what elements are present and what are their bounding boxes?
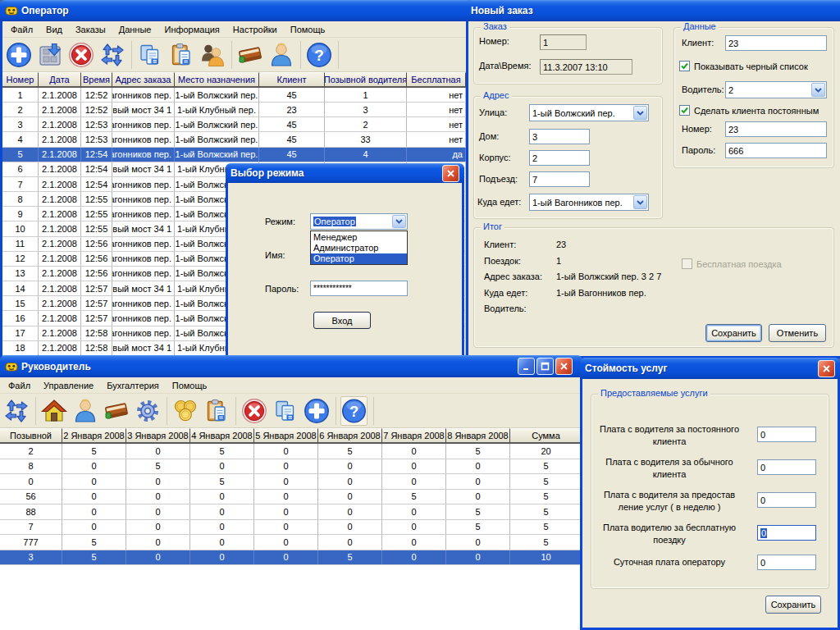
- service-value-field[interactable]: 0: [757, 459, 816, 475]
- mode-dropdown-list[interactable]: МенеджерАдминистраторОператор: [310, 231, 408, 265]
- column-header[interactable]: 2 Января 2008: [62, 428, 126, 443]
- help-icon[interactable]: ?: [305, 40, 332, 70]
- table-row[interactable]: 000500005: [0, 474, 582, 490]
- services-titlebar[interactable]: Стоймость услуг: [580, 358, 840, 379]
- building-field[interactable]: 2: [529, 150, 590, 166]
- manager-titlebar[interactable]: Руководитель: [0, 355, 582, 377]
- entrance-field[interactable]: 7: [529, 171, 590, 187]
- table-row[interactable]: 5600000505: [0, 490, 582, 505]
- cancel-button[interactable]: Отменить: [769, 324, 826, 342]
- menu-item-1[interactable]: Вид: [39, 23, 69, 36]
- menu-item-0[interactable]: Файл: [4, 23, 39, 36]
- service-value-field[interactable]: 0: [757, 492, 816, 508]
- delete-icon[interactable]: [67, 40, 94, 70]
- street-combobox[interactable]: 1-ый Волжский пер.: [529, 104, 649, 121]
- destination-combobox[interactable]: 1-ый Вагонников пер.: [529, 194, 649, 211]
- service-value-field[interactable]: 0: [757, 555, 816, 570]
- menu-item-5[interactable]: Настройки: [226, 23, 284, 36]
- mode-combobox[interactable]: Оператор: [310, 213, 408, 230]
- maximize-button[interactable]: [536, 358, 554, 375]
- blacklist-checkbox[interactable]: [679, 61, 690, 71]
- minimize-button[interactable]: [518, 358, 535, 375]
- home-icon[interactable]: [40, 396, 67, 426]
- paste-icon[interactable]: [167, 40, 194, 70]
- operator-titlebar[interactable]: Оператор: [0, 0, 472, 21]
- gear-icon[interactable]: [134, 396, 161, 426]
- copy-icon[interactable]: [272, 396, 299, 426]
- column-header[interactable]: Позывной: [0, 428, 62, 443]
- house-field[interactable]: 3: [529, 129, 590, 144]
- new-order-titlebar[interactable]: Новый заказ: [466, 0, 840, 21]
- menu-item-2[interactable]: Бухгалтерия: [100, 379, 166, 392]
- column-header[interactable]: 7 Января 2008: [382, 428, 446, 443]
- client-password-field[interactable]: 666: [725, 143, 827, 158]
- close-button[interactable]: [818, 360, 835, 377]
- column-header[interactable]: Номер: [2, 72, 39, 87]
- column-header[interactable]: Сумма: [510, 428, 582, 443]
- menu-item-0[interactable]: Файл: [2, 379, 37, 392]
- table-row[interactable]: 700000055: [0, 520, 582, 536]
- add-icon[interactable]: [303, 396, 330, 426]
- users-icon[interactable]: [199, 40, 226, 70]
- table-row[interactable]: 32.1.200812:53агонников пер.1-ый Волжски…: [2, 117, 471, 132]
- order-number-field[interactable]: 1: [540, 34, 587, 50]
- close-button[interactable]: [555, 358, 573, 375]
- service-value-field[interactable]: 0: [757, 525, 816, 541]
- table-row[interactable]: 8800000055: [0, 504, 582, 520]
- table-row[interactable]: 77750000005: [0, 535, 582, 550]
- copy-icon[interactable]: [136, 40, 163, 70]
- column-header[interactable]: 4 Января 2008: [190, 428, 254, 443]
- move-icon[interactable]: [98, 40, 126, 70]
- dropdown-option[interactable]: Оператор: [311, 253, 407, 264]
- person-icon[interactable]: [71, 396, 98, 426]
- book-icon[interactable]: [103, 396, 130, 426]
- paste-icon[interactable]: [203, 396, 230, 426]
- dropdown-option[interactable]: Администратор: [311, 242, 407, 253]
- coins-icon[interactable]: [171, 396, 199, 426]
- table-row[interactable]: 12.1.200812:52агонников пер.1-ый Волжски…: [2, 88, 471, 103]
- column-header[interactable]: Адрес заказа: [112, 72, 175, 87]
- dialog-password-field[interactable]: ************: [310, 281, 408, 296]
- column-header[interactable]: Позывной водителя: [325, 72, 407, 87]
- client-number-field[interactable]: 23: [725, 121, 827, 137]
- chevron-down-icon[interactable]: [392, 215, 406, 228]
- table-row[interactable]: 3500050010: [0, 550, 582, 566]
- mode-dialog-titlebar[interactable]: Выбор режима: [226, 163, 464, 183]
- service-value-field[interactable]: 0: [757, 427, 816, 442]
- delete-icon[interactable]: [240, 396, 267, 426]
- save-icon[interactable]: [36, 40, 63, 70]
- column-header[interactable]: Бесплатная: [407, 72, 466, 87]
- chevron-down-icon[interactable]: [633, 106, 647, 120]
- book-icon[interactable]: [236, 40, 263, 70]
- chevron-down-icon[interactable]: [811, 83, 825, 97]
- menu-item-2[interactable]: Заказы: [69, 23, 112, 36]
- column-header[interactable]: 8 Января 2008: [446, 428, 510, 443]
- column-header[interactable]: Дата: [39, 72, 81, 87]
- login-button[interactable]: Вход: [313, 312, 371, 329]
- menu-item-3[interactable]: Данные: [112, 23, 158, 36]
- chevron-down-icon[interactable]: [633, 195, 647, 209]
- person-icon[interactable]: [267, 40, 294, 70]
- column-header[interactable]: Клиент: [259, 72, 325, 87]
- column-header[interactable]: 6 Января 2008: [318, 428, 382, 443]
- client-field[interactable]: 23: [725, 35, 827, 51]
- column-header[interactable]: Время: [81, 72, 112, 87]
- order-datetime-field[interactable]: 11.3.2007 13:10: [540, 59, 632, 75]
- table-row[interactable]: 2505050520: [0, 444, 582, 459]
- column-header[interactable]: Место назначения: [175, 72, 259, 87]
- dropdown-option[interactable]: Менеджер: [311, 231, 407, 242]
- move-icon[interactable]: [2, 396, 30, 426]
- table-row[interactable]: 22.1.200812:52вый мост 34 11-ый Клубный …: [2, 103, 471, 117]
- table-row[interactable]: 42.1.200812:53агонников пер.1-ый Волжски…: [2, 132, 471, 147]
- menu-item-6[interactable]: Помощь: [284, 23, 332, 36]
- table-row[interactable]: 52.1.200812:54агонников пер.1-ый Волжски…: [2, 148, 471, 162]
- help-icon[interactable]: ?: [340, 396, 368, 426]
- menu-item-3[interactable]: Помощь: [166, 379, 214, 392]
- menu-item-4[interactable]: Информация: [158, 23, 226, 36]
- column-header[interactable]: 5 Января 2008: [254, 428, 318, 443]
- close-button[interactable]: [442, 165, 459, 182]
- services-save-button[interactable]: Сохранить: [765, 596, 821, 614]
- table-row[interactable]: 805000005: [0, 459, 582, 475]
- driver-combobox[interactable]: 2: [725, 81, 827, 98]
- menu-item-1[interactable]: Управление: [37, 379, 100, 392]
